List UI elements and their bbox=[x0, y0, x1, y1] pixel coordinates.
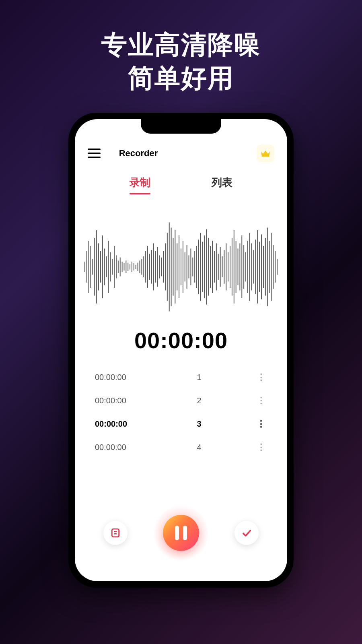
waveform-display bbox=[75, 194, 287, 323]
premium-button[interactable] bbox=[257, 144, 274, 162]
mark-time: 00:00:00 bbox=[95, 373, 143, 382]
more-icon[interactable]: ⋮ bbox=[255, 422, 267, 426]
mark-index: 2 bbox=[191, 396, 207, 405]
mark-time: 00:00:00 bbox=[95, 419, 143, 429]
headline-line1: 专业高清降噪 bbox=[0, 28, 362, 62]
pause-bar-icon bbox=[183, 526, 187, 540]
bookmark-button[interactable] bbox=[103, 521, 128, 545]
mark-index: 3 bbox=[191, 419, 207, 429]
mark-index: 4 bbox=[191, 443, 207, 452]
tab-list[interactable]: 列表 bbox=[212, 175, 232, 194]
marketing-headline: 专业高清降噪 简单好用 bbox=[0, 0, 362, 95]
record-button-wrap bbox=[153, 505, 209, 561]
mark-time: 00:00:00 bbox=[95, 443, 143, 452]
headline-line2: 简单好用 bbox=[0, 62, 362, 95]
controls-bar bbox=[75, 505, 287, 561]
mark-row[interactable]: 00:00:00 2 ⋮ bbox=[95, 389, 267, 412]
app-title: Recorder bbox=[119, 148, 158, 159]
svg-rect-99 bbox=[112, 529, 119, 537]
mark-row[interactable]: 00:00:00 1 ⋮ bbox=[95, 365, 267, 389]
phone-notch bbox=[141, 119, 221, 134]
waveform-icon bbox=[83, 215, 279, 319]
pause-button[interactable] bbox=[163, 515, 199, 551]
more-icon[interactable]: ⋮ bbox=[255, 446, 267, 449]
pause-bar-icon bbox=[175, 526, 179, 540]
phone-frame: Recorder 录制 列表 00:00:00 00:00:00 1 bbox=[68, 113, 294, 588]
crown-icon bbox=[260, 149, 271, 157]
mark-row[interactable]: 00:00:00 4 ⋮ bbox=[95, 436, 267, 459]
menu-icon[interactable] bbox=[88, 149, 101, 158]
tab-record[interactable]: 录制 bbox=[130, 175, 150, 194]
app-screen: Recorder 录制 列表 00:00:00 00:00:00 1 bbox=[75, 119, 287, 581]
timer-display: 00:00:00 bbox=[75, 327, 287, 353]
mark-row[interactable]: 00:00:00 3 ⋮ bbox=[95, 412, 267, 436]
check-icon bbox=[241, 527, 252, 539]
mark-index: 1 bbox=[191, 373, 207, 382]
tabs: 录制 列表 bbox=[75, 163, 287, 194]
more-icon[interactable]: ⋮ bbox=[255, 399, 267, 402]
mark-time: 00:00:00 bbox=[95, 396, 143, 405]
marks-list: 00:00:00 1 ⋮ 00:00:00 2 ⋮ 00:00:00 3 ⋮ 0… bbox=[75, 353, 287, 459]
bookmark-icon bbox=[110, 528, 121, 538]
done-button[interactable] bbox=[234, 521, 259, 545]
more-icon[interactable]: ⋮ bbox=[255, 376, 267, 379]
